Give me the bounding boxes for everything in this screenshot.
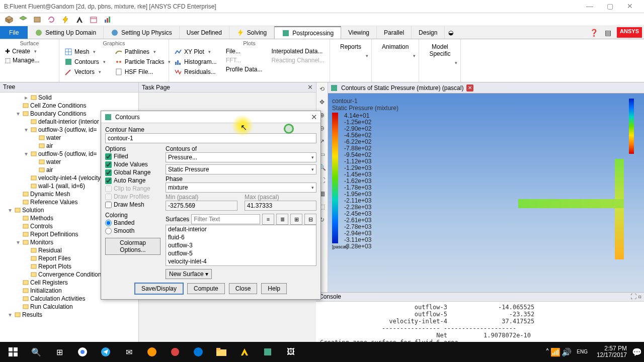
search-icon[interactable]: 🔍: [25, 343, 47, 361]
refresh-icon[interactable]: [46, 15, 56, 25]
draw-mesh-checkbox[interactable]: Draw Mesh: [105, 201, 160, 209]
tab-parallel[interactable]: Parallel: [377, 26, 412, 39]
profile-data-button[interactable]: Profile Data...: [224, 65, 265, 73]
mail-icon[interactable]: ✉: [118, 343, 140, 361]
surface-btn2[interactable]: ≣: [276, 214, 288, 225]
box2-icon[interactable]: [18, 15, 28, 25]
record-icon[interactable]: [164, 343, 186, 361]
mesh-button[interactable]: Mesh▾: [62, 47, 108, 56]
save-display-button[interactable]: Save/Display: [135, 283, 183, 294]
tab-user-defined[interactable]: User Defined: [180, 26, 229, 39]
animation-button[interactable]: Animation: [375, 40, 416, 53]
xy-plot-button[interactable]: XY Plot▾: [172, 47, 219, 56]
residuals-button[interactable]: Residuals...: [172, 67, 219, 76]
histogram-button[interactable]: Histogram...: [172, 57, 219, 66]
tray-volume-icon[interactable]: 🔊: [561, 343, 572, 361]
smooth-radio[interactable]: Smooth: [105, 227, 160, 235]
interpolated-data-button[interactable]: Interpolated Data...: [269, 47, 326, 55]
variable-select[interactable]: Static Pressure▾: [166, 164, 316, 174]
dialog-titlebar[interactable]: Contours ✕: [101, 111, 320, 123]
surface-item[interactable]: velocity-inlet-4: [166, 257, 316, 265]
chrome-icon[interactable]: [71, 343, 94, 361]
tray-clock[interactable]: 2:57 PM12/17/2017: [593, 345, 631, 358]
tree-node[interactable]: ▸Solid: [0, 94, 138, 102]
ansys-taskbar-icon[interactable]: [233, 343, 256, 361]
tray-up-icon[interactable]: ˄: [545, 343, 549, 361]
calendar-icon[interactable]: [89, 15, 99, 25]
console-output[interactable]: outflow-3 -14.065525 outflow-5 -23.352 v…: [316, 302, 644, 342]
create-button[interactable]: ✚Create▾: [3, 47, 56, 55]
more-tabs-icon[interactable]: ◒: [445, 26, 457, 39]
fluent-taskbar-icon[interactable]: [257, 343, 279, 361]
layout-icon[interactable]: ▤: [601, 26, 615, 39]
surface-item[interactable]: outflow-3: [166, 241, 316, 249]
tree-node[interactable]: Cell Zone Conditions: [0, 102, 138, 110]
tab-design[interactable]: Design: [412, 26, 445, 39]
max-input[interactable]: [245, 201, 316, 211]
tab-solving[interactable]: Solving: [229, 26, 274, 39]
contour-name-input[interactable]: [105, 133, 316, 143]
task-page-close-icon[interactable]: ✕: [307, 83, 313, 91]
tab-viewing[interactable]: Viewing: [341, 26, 377, 39]
close-dialog-button[interactable]: Close: [229, 283, 258, 294]
colormap-options-button[interactable]: Colormap Options...: [105, 238, 160, 255]
reset-view-icon[interactable]: ⟲: [317, 84, 327, 94]
auto-range-checkbox[interactable]: Auto Range: [105, 176, 160, 185]
tab-postprocessing[interactable]: Postprocessing: [274, 26, 341, 39]
photos-icon[interactable]: 🖼: [280, 343, 302, 361]
banded-radio[interactable]: Banded: [105, 219, 160, 227]
start-button[interactable]: [2, 343, 24, 361]
vectors-button[interactable]: Vectors▾: [62, 67, 108, 76]
contours-of-select[interactable]: Pressure...▾: [166, 152, 316, 162]
manage-button[interactable]: ⬚Manage...: [3, 56, 56, 64]
phase-select[interactable]: mixture▾: [166, 183, 316, 193]
filled-checkbox[interactable]: Filled: [105, 152, 160, 160]
tray-lang[interactable]: ENG: [573, 349, 592, 355]
compute-button[interactable]: Compute: [187, 283, 225, 294]
reports-button[interactable]: Reports: [333, 40, 368, 53]
ansys-a-icon[interactable]: [74, 15, 85, 25]
surfaces-list[interactable]: default-interiorfluid-6outflow-3outflow-…: [166, 225, 316, 266]
visualization-close-icon[interactable]: ✕: [466, 84, 473, 92]
min-input[interactable]: [166, 201, 237, 211]
surface-btn4[interactable]: ⊟: [304, 214, 316, 225]
surface-btn3[interactable]: ⊞: [290, 214, 302, 225]
new-surface-button[interactable]: New Surface ▾: [166, 269, 212, 279]
tab-setting-up-domain[interactable]: Setting Up Domain: [28, 26, 104, 39]
contours-button[interactable]: Contours▾: [62, 57, 108, 66]
help-icon[interactable]: ❓: [587, 26, 601, 39]
help-dialog-button[interactable]: Help: [261, 283, 287, 294]
global-range-checkbox[interactable]: Global Range: [105, 168, 160, 176]
edge-icon[interactable]: [187, 343, 209, 361]
surfaces-filter-input[interactable]: [191, 214, 260, 224]
explorer-icon[interactable]: [210, 343, 232, 361]
box3-icon[interactable]: [32, 15, 42, 25]
tray-notifications-icon[interactable]: 💬: [632, 343, 642, 361]
surface-item[interactable]: default-interior: [166, 225, 316, 233]
particle-tracks-button[interactable]: Particle Tracks▾: [113, 57, 173, 66]
chart-icon[interactable]: [103, 15, 113, 25]
tab-setting-up-physics[interactable]: Setting Up Physics: [104, 26, 180, 39]
close-button[interactable]: ✕: [620, 2, 640, 12]
bolt-icon[interactable]: [60, 15, 70, 25]
tree-node[interactable]: Run Calculation: [0, 303, 138, 311]
telegram-icon[interactable]: [95, 343, 117, 361]
move-icon[interactable]: ✥: [317, 98, 327, 107]
surface-btn1[interactable]: ≡: [262, 214, 274, 225]
firefox-icon[interactable]: [141, 343, 163, 361]
maximize-button[interactable]: ▢: [600, 2, 620, 12]
taskview-icon[interactable]: ⊞: [48, 343, 70, 361]
box-icon[interactable]: [4, 15, 14, 25]
pathlines-button[interactable]: Pathlines▾: [113, 47, 173, 56]
node-values-checkbox[interactable]: Node Values: [105, 160, 160, 168]
model-specific-button[interactable]: Model Specific: [422, 40, 457, 60]
surface-item[interactable]: outflow-5: [166, 249, 316, 257]
fft-button[interactable]: FFT...: [224, 56, 265, 64]
tree-node[interactable]: ▾Results: [0, 311, 138, 319]
file-plot-button[interactable]: File...: [224, 47, 265, 55]
surface-item[interactable]: fluid-6: [166, 233, 316, 241]
tray-wifi-icon[interactable]: 📶: [550, 343, 560, 361]
visualization-canvas[interactable]: contour-1Static Pressure (mixture) 4.14e…: [328, 94, 644, 292]
hsf-file-button[interactable]: HSF File...: [113, 67, 173, 76]
minimize-button[interactable]: —: [580, 2, 600, 12]
